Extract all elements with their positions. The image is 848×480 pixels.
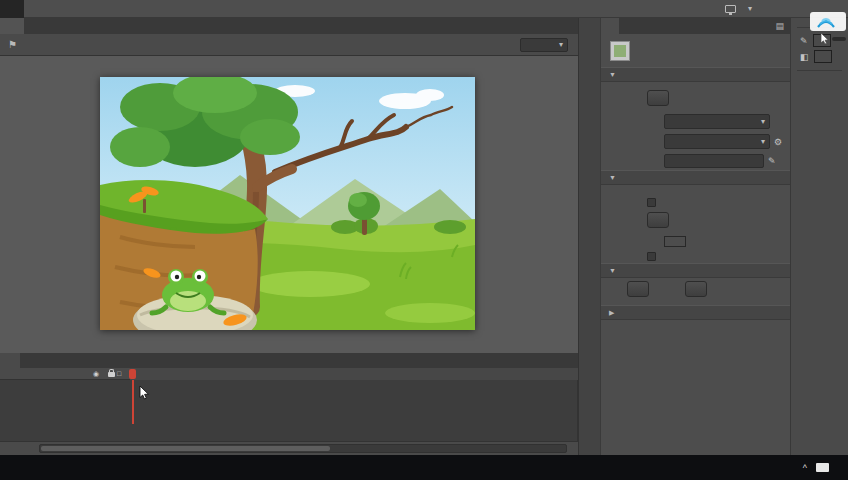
section-properties[interactable]: ▼ xyxy=(601,170,790,185)
chevron-down-icon: ▾ xyxy=(559,40,563,49)
playhead-line xyxy=(132,380,134,424)
pencil-edit-icon[interactable]: ✎ xyxy=(768,156,776,166)
section-publish[interactable]: ▼ xyxy=(601,67,790,82)
fill-color-control[interactable]: ◧ xyxy=(791,47,848,63)
log-button[interactable] xyxy=(627,281,649,297)
document-tab-bar xyxy=(0,18,578,34)
section-swf-history[interactable]: ▼ xyxy=(601,263,790,278)
playhead[interactable] xyxy=(129,369,136,379)
timeline-scrollbar-thumb[interactable] xyxy=(41,446,330,451)
touch-keyboard-icon[interactable] xyxy=(816,463,829,472)
breadcrumb[interactable]: ⚑ xyxy=(0,39,22,50)
outline-layers-icon[interactable]: □ xyxy=(117,369,121,379)
pasteboard[interactable] xyxy=(0,56,578,353)
workspace-switcher[interactable]: ▾ xyxy=(725,4,752,13)
panel-menu-icon[interactable]: ▤ xyxy=(769,18,790,34)
triangle-down-icon: ▼ xyxy=(609,267,616,274)
watermark-brand xyxy=(810,12,846,31)
properties-panel: ▤ ▼ ▾ xyxy=(600,18,790,455)
mouse-cursor xyxy=(139,386,150,400)
document-info xyxy=(601,34,790,67)
stage-color-swatch[interactable] xyxy=(664,236,686,247)
tab-properties[interactable] xyxy=(601,18,619,34)
tray-expand-icon[interactable]: ^ xyxy=(803,463,807,473)
properties-tab-bar: ▤ xyxy=(601,18,790,34)
edit-bar: ⚑ ▾ xyxy=(0,34,578,56)
animate-app-window: ▾ ⚑ xyxy=(0,0,848,480)
tools-panel: ✎ ◧ xyxy=(790,18,848,455)
chevron-down-icon: ▾ xyxy=(761,137,765,146)
watermark xyxy=(810,12,846,45)
watermark-cursor-icon xyxy=(820,33,830,45)
lock-layers-icon[interactable] xyxy=(108,372,115,377)
zoom-select[interactable]: ▾ xyxy=(520,38,568,52)
document-tab[interactable] xyxy=(0,18,24,34)
triangle-down-icon: ▼ xyxy=(609,174,616,181)
fill-color-swatch[interactable] xyxy=(814,50,832,63)
triangle-right-icon: ▶ xyxy=(609,309,614,317)
watermark-preview-text xyxy=(832,37,846,41)
document-icon xyxy=(610,41,630,61)
scene-icon: ⚑ xyxy=(8,39,17,50)
show-hide-layers-icon[interactable]: ◉ xyxy=(93,369,99,379)
timeline-tab-bar xyxy=(0,353,578,368)
stage-artwork xyxy=(100,77,475,330)
chevron-down-icon: ▾ xyxy=(761,117,765,126)
display-icon xyxy=(725,5,736,13)
clear-button[interactable] xyxy=(685,281,707,297)
tool-options xyxy=(791,74,848,78)
system-tray: ^ xyxy=(803,455,848,480)
publish-settings-button[interactable] xyxy=(647,90,669,106)
menu-bar: ▾ xyxy=(0,0,848,18)
script-dropdown[interactable]: ▾ xyxy=(664,134,770,149)
triangle-down-icon: ▼ xyxy=(609,71,616,78)
timeline-panel: ◉ □ xyxy=(0,368,578,455)
section-accessibility[interactable]: ▶ xyxy=(601,305,790,320)
panel-dock-strip xyxy=(578,18,600,455)
faradars-logo-icon xyxy=(816,14,836,29)
tab-timeline[interactable] xyxy=(0,353,20,368)
timeline-controls xyxy=(0,441,578,455)
scale-content-checkbox[interactable] xyxy=(647,198,656,207)
timeline-header: ◉ □ xyxy=(0,368,578,380)
stage-canvas[interactable] xyxy=(100,77,475,330)
timeline-scrollbar[interactable] xyxy=(39,444,567,453)
tab-output[interactable] xyxy=(20,353,40,368)
apply-pasteboard-checkbox[interactable] xyxy=(647,252,656,261)
app-logo-icon[interactable] xyxy=(0,0,24,18)
tab-library[interactable] xyxy=(619,18,637,34)
frame-ruler[interactable] xyxy=(130,368,578,380)
stroke-pencil-icon: ✎ xyxy=(800,36,808,46)
fill-bucket-icon: ◧ xyxy=(800,52,809,62)
wrench-icon[interactable]: ⚙ xyxy=(774,137,782,147)
target-dropdown[interactable]: ▾ xyxy=(664,114,770,129)
windows-taskbar: ^ xyxy=(0,455,848,480)
chevron-down-icon: ▾ xyxy=(748,4,752,13)
advanced-settings-button[interactable] xyxy=(647,212,669,228)
class-input[interactable] xyxy=(664,154,764,168)
